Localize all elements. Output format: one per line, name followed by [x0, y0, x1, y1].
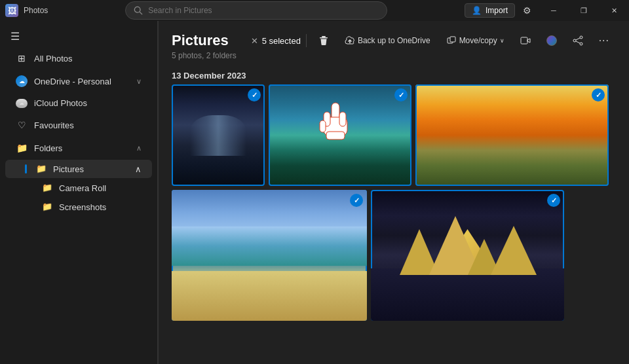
check-badge-sunset: ✓: [592, 88, 605, 101]
close-button[interactable]: ✕: [599, 0, 629, 21]
svg-point-9: [580, 36, 582, 39]
import-icon: 👤: [472, 6, 482, 15]
backup-button[interactable]: Back up to OneDrive: [338, 32, 437, 49]
sidebar-toggle[interactable]: ☰: [0, 26, 157, 46]
photo-sunset[interactable]: ✓: [415, 84, 609, 186]
content-title-row: Pictures ✕ 5 selected: [172, 31, 616, 50]
main-layout: ☰ ⊞ All Photos ☁ OneDrive - Personal ∨ ☁…: [0, 21, 629, 364]
search-input[interactable]: [148, 6, 379, 15]
svg-rect-15: [324, 117, 347, 136]
photo-ocean[interactable]: ✓: [269, 84, 411, 186]
svg-point-0: [134, 7, 140, 12]
onedrive-icon: ☁: [16, 75, 28, 87]
sidebar-item-pictures[interactable]: 📁 Pictures ∧: [5, 160, 152, 178]
sidebar-onedrive-label: OneDrive - Personal: [34, 77, 111, 86]
video-icon: [520, 35, 531, 46]
content-area: Pictures ✕ 5 selected: [159, 21, 629, 364]
color-icon: [546, 35, 557, 46]
app-title: Photos: [24, 6, 48, 15]
move-copy-chevron: ∨: [500, 37, 505, 44]
search-icon: [134, 6, 143, 15]
content-header: Pictures ✕ 5 selected: [159, 21, 629, 65]
photo-row-2: ✓ ✓: [172, 190, 616, 321]
selected-count: 5 selected: [262, 36, 301, 46]
maximize-button[interactable]: ❐: [569, 0, 599, 21]
svg-rect-19: [326, 132, 345, 139]
check-badge-ocean: ✓: [394, 88, 408, 101]
camera-roll-icon: 📁: [42, 183, 52, 193]
heart-icon: ♡: [16, 119, 28, 131]
sidebar-item-onedrive[interactable]: ☁ OneDrive - Personal ∨: [5, 70, 152, 92]
beach-water: [172, 227, 367, 266]
deselect-button[interactable]: ✕: [251, 36, 258, 46]
photo-bridge[interactable]: ✓: [172, 84, 265, 186]
svg-line-13: [576, 41, 580, 43]
sidebar-item-all-photos[interactable]: ⊞ All Photos: [5, 47, 152, 69]
sidebar: ☰ ⊞ All Photos ☁ OneDrive - Personal ∨ ☁…: [0, 21, 157, 364]
active-indicator: [25, 164, 27, 173]
toolbar: ✕ 5 selected: [251, 31, 616, 50]
icloud-icon: ☁: [16, 99, 28, 108]
search-bar[interactable]: [125, 1, 387, 20]
onedrive-chevron: ∨: [136, 77, 142, 86]
svg-line-1: [140, 12, 142, 14]
sidebar-item-screenshots[interactable]: 📁 Screenshots: [5, 198, 152, 216]
sidebar-item-camera-roll[interactable]: 📁 Camera Roll: [5, 179, 152, 197]
svg-rect-7: [521, 37, 527, 44]
home-icon: ⊞: [16, 52, 28, 64]
content-subtitle: 5 photos, 2 folders: [172, 51, 616, 60]
sidebar-pictures-label: Pictures: [53, 164, 84, 174]
video-button[interactable]: [514, 32, 537, 49]
date-header: 13 December 2023: [172, 71, 616, 81]
more-button[interactable]: ···: [592, 31, 616, 50]
move-copy-label: Move/copy: [459, 36, 497, 45]
photo-beach[interactable]: ✓: [172, 190, 367, 321]
sidebar-camera-roll-label: Camera Roll: [59, 183, 106, 193]
titlebar-left: 🖼 Photos: [5, 4, 48, 17]
screenshots-icon: 📁: [42, 202, 52, 212]
minimize-button[interactable]: ─: [539, 0, 569, 21]
svg-rect-3: [320, 37, 328, 39]
svg-point-11: [580, 43, 582, 45]
toolbar-sep-1: [306, 34, 307, 47]
sidebar-favourites-label: Favourites: [34, 120, 74, 130]
photo-opera[interactable]: ✓: [371, 190, 564, 321]
svg-line-12: [576, 38, 580, 40]
svg-point-10: [573, 39, 576, 42]
pictures-chevron: ∧: [135, 164, 142, 174]
svg-rect-2: [322, 36, 326, 37]
pictures-folder-icon: 📁: [36, 164, 47, 174]
import-label: Import: [486, 6, 508, 15]
delete-icon: [318, 35, 329, 46]
color-button[interactable]: [540, 32, 563, 49]
share-button[interactable]: [566, 32, 590, 49]
sidebar-item-folders[interactable]: 📁 Folders ∧: [5, 137, 152, 159]
sidebar-screenshots-label: Screenshots: [59, 202, 106, 212]
titlebar: 🖼 Photos 👤 Import ⚙ ─ ❐ ✕: [0, 0, 629, 21]
svg-rect-16: [324, 112, 330, 126]
window-controls: ─ ❐ ✕: [539, 0, 629, 21]
cursor-hand: [314, 98, 356, 149]
check-badge-opera: ✓: [547, 194, 560, 207]
move-copy-button[interactable]: Move/copy ∨: [440, 32, 511, 49]
backup-icon: [345, 35, 355, 46]
folder-icon: 📁: [16, 142, 28, 154]
photo-grid: ✓ ✓: [159, 84, 629, 364]
delete-button[interactable]: [312, 32, 335, 49]
app-icon: 🖼: [5, 4, 18, 17]
check-badge-beach: ✓: [350, 194, 363, 207]
svg-rect-17: [339, 112, 346, 126]
import-button[interactable]: 👤 Import: [465, 3, 515, 18]
selected-badge: ✕ 5 selected: [251, 36, 301, 46]
sidebar-item-icloud[interactable]: ☁ iCloud Photos: [5, 93, 152, 113]
backup-label: Back up to OneDrive: [358, 36, 430, 45]
sidebar-item-favourites[interactable]: ♡ Favourites: [5, 114, 152, 136]
more-icon: ···: [599, 35, 609, 46]
settings-button[interactable]: ⚙: [518, 1, 536, 20]
opera-sail-4: [491, 226, 537, 275]
page-title: Pictures: [172, 32, 229, 49]
svg-rect-14: [332, 103, 339, 121]
sidebar-all-photos-label: All Photos: [34, 54, 73, 64]
sidebar-folders-label: Folders: [34, 143, 62, 153]
opera-water: [371, 268, 564, 321]
